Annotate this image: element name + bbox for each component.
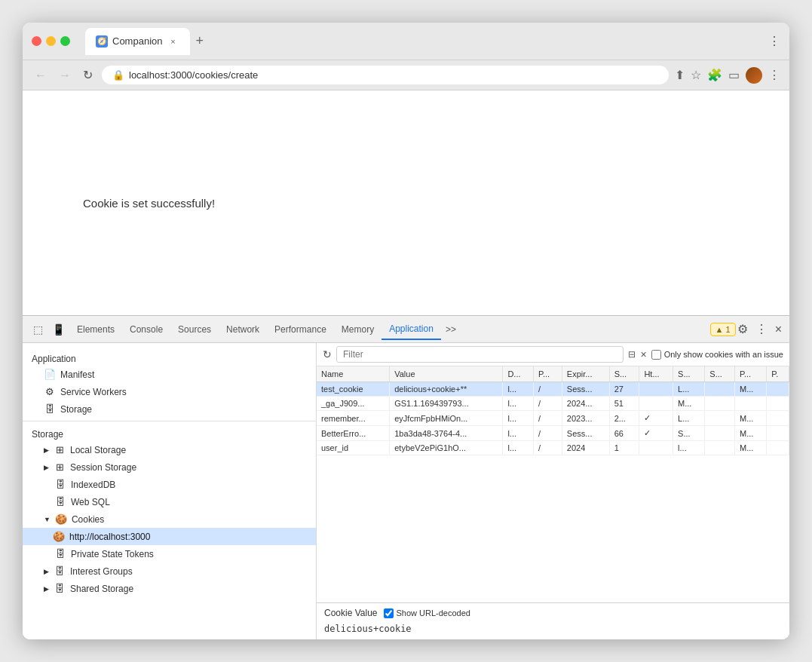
tab-elements[interactable]: Elements [69,320,122,339]
webpage-area: Cookie is set successfully! [23,90,789,315]
col-priority[interactable]: P... [735,366,767,382]
only-show-issues-checkbox-label[interactable]: Only show cookies with an issue [651,350,783,360]
tab-application[interactable]: Application [381,319,441,340]
devtools-device-icon[interactable]: 📱 [47,323,69,336]
refresh-cookies-button[interactable]: ↻ [323,348,332,360]
cookie-table-header: Name Value D... P... Expir... S... Ht...… [317,366,789,382]
table-cell [767,397,789,411]
close-filter-button[interactable]: × [640,348,646,360]
active-tab[interactable]: 🧭 Companion × [85,28,190,55]
sidebar-item-storage-app[interactable]: 🗄 Storage [23,400,316,418]
devtools-action-icons: ⚙ ⋮ × [736,320,783,338]
sidebar-item-interest-groups[interactable]: ▶ 🗄 Interest Groups [23,562,316,580]
table-cell: M... [735,382,767,397]
sidebar-item-shared-storage[interactable]: ▶ 🗄 Shared Storage [23,580,316,597]
sidebar-item-manifest[interactable]: 📄 Manifest [23,366,316,383]
table-cell: l... [503,397,534,411]
sidebar-item-session-storage[interactable]: ▶ ⊞ Session Storage [23,458,316,476]
sidebar-item-indexeddb[interactable]: 🗄 IndexedDB [23,476,316,493]
col-secure[interactable]: S... [673,366,705,382]
sidebar-item-cookies[interactable]: ▼ 🍪 Cookies [23,510,316,528]
table-row[interactable]: test_cookiedelicious+cookie+**l.../Sess.… [317,382,789,397]
table-cell: user_id [317,441,390,455]
table-cell [639,397,673,411]
close-tab-button[interactable]: × [167,35,179,48]
col-path[interactable]: P... [533,366,562,382]
show-url-decoded-checkbox[interactable] [384,608,394,618]
address-bar: ← → ↻ 🔒 localhost:3000/cookies/create ⬆ … [23,60,789,90]
table-cell: 27 [609,382,639,397]
address-bar-icons: ⬆ ☆ 🧩 ▭ ⋮ [675,67,780,84]
manifest-icon: 📄 [44,369,56,380]
table-row[interactable]: user_idetybeV2ePiG1hO...l.../20241l...M.… [317,441,789,455]
sidebar-item-private-state-tokens[interactable]: 🗄 Private State Tokens [23,545,316,562]
sidebar-item-service-workers[interactable]: ⚙ Service Workers [23,383,316,400]
session-storage-icon: ⊞ [54,461,66,473]
table-cell: remember... [317,411,390,426]
maximize-window-button[interactable] [60,36,70,46]
devtools-close-icon[interactable]: × [774,321,783,338]
sidebar-item-local-storage[interactable]: ▶ ⊞ Local Storage [23,441,316,458]
col-http[interactable]: Ht... [639,366,673,382]
warning-badge[interactable]: ▲ 1 [710,323,736,336]
col-samesite[interactable]: S... [705,366,735,382]
tab-console[interactable]: Console [122,320,170,339]
sidebar-item-websql[interactable]: 🗄 Web SQL [23,493,316,510]
private-state-tokens-icon: 🗄 [54,548,66,559]
table-cell [705,441,735,455]
table-cell: 66 [609,426,639,441]
bookmark-icon[interactable]: ☆ [691,68,701,82]
col-domain[interactable]: D... [503,366,534,382]
title-bar: 🧭 Companion × + ⋮ [23,23,789,60]
tab-network[interactable]: Network [219,320,267,339]
minimize-window-button[interactable] [46,36,56,46]
clear-filter-icon[interactable]: ⊟ [628,349,636,360]
table-cell: eyJfcmFpbHMiOn... [390,411,503,426]
show-url-decoded-label[interactable]: Show URL-decoded [384,608,470,618]
table-cell: 51 [609,397,639,411]
col-size[interactable]: S... [609,366,639,382]
table-row[interactable]: remember...eyJfcmFpbHMiOn...l.../2023...… [317,411,789,426]
table-cell [767,441,789,455]
extension-icon[interactable]: 🧩 [707,68,722,82]
back-button[interactable]: ← [32,67,50,84]
close-window-button[interactable] [32,36,41,46]
table-cell [705,397,735,411]
tab-favicon: 🧭 [96,35,108,48]
tab-memory[interactable]: Memory [334,320,381,339]
tab-performance[interactable]: Performance [267,320,334,339]
devtools-selector-icon[interactable]: ⬚ [29,323,47,336]
browser-menu-icon[interactable]: ⋮ [768,34,780,48]
profile-avatar[interactable] [746,67,762,84]
tab-more[interactable]: >> [441,320,461,339]
devtools-settings-icon[interactable]: ⚙ [736,320,749,338]
col-partitioned[interactable]: P. [767,366,789,382]
table-cell: / [533,411,562,426]
cookie-table-body: test_cookiedelicious+cookie+**l.../Sess.… [317,382,789,455]
tab-title: Companion [112,35,163,47]
new-tab-button[interactable]: + [196,33,204,49]
cookie-filter-input[interactable] [336,346,624,363]
table-cell: delicious+cookie+** [390,382,503,397]
share-icon[interactable]: ⬆ [675,68,685,82]
service-workers-icon: ⚙ [44,386,56,397]
col-name[interactable]: Name [317,366,390,382]
table-cell [639,441,673,455]
cast-icon[interactable]: ▭ [728,68,740,82]
col-expires[interactable]: Expir... [562,366,609,382]
table-cell [767,426,789,441]
address-input-area[interactable]: 🔒 localhost:3000/cookies/create [102,66,669,84]
devtools-more-icon[interactable]: ⋮ [754,320,769,338]
table-row[interactable]: BetterErro...1ba3da48-3764-4...l.../Sess… [317,426,789,441]
browser-more-icon[interactable]: ⋮ [768,68,780,82]
websql-icon: 🗄 [54,496,66,507]
shared-storage-expand-icon: ▶ [44,585,49,593]
tab-sources[interactable]: Sources [170,320,219,339]
table-row[interactable]: _ga_J909...GS1.1.169439793...l.../2024..… [317,397,789,411]
only-show-issues-checkbox[interactable] [651,350,661,360]
sidebar-item-localhost[interactable]: 🍪 http://localhost:3000 [23,528,316,545]
forward-button[interactable]: → [56,67,74,84]
refresh-button[interactable]: ↻ [80,66,96,84]
col-value[interactable]: Value [390,366,503,382]
table-cell [735,397,767,411]
